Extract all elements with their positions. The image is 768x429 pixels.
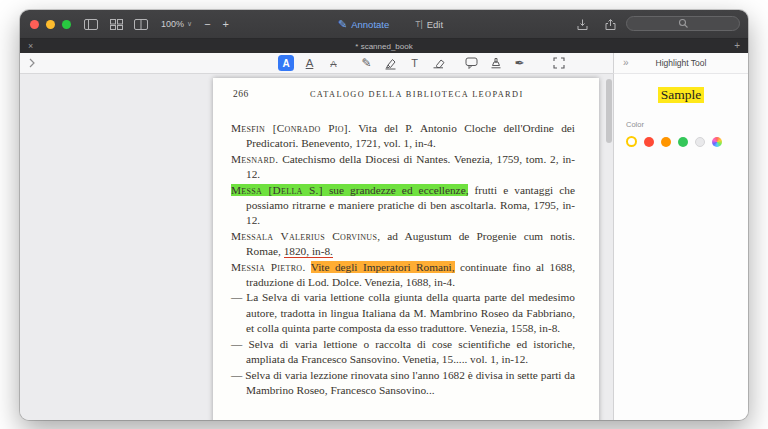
zoom-out-button[interactable]: − bbox=[204, 19, 210, 30]
color-section-label: Color bbox=[626, 120, 644, 129]
catalog-entry: Messa [Della S.] sue grandezze ed eccell… bbox=[231, 183, 575, 229]
highlight-annotation-green[interactable]: sue grandezze ed eccellenze, bbox=[323, 184, 469, 196]
search-icon bbox=[678, 18, 689, 29]
pencil-icon: ✎ bbox=[338, 18, 347, 31]
export-icon[interactable] bbox=[574, 16, 590, 32]
close-tab-button[interactable]: × bbox=[28, 42, 33, 51]
new-tab-button[interactable]: + bbox=[734, 41, 740, 51]
window-controls bbox=[30, 20, 71, 29]
highlight-tool-button[interactable]: A bbox=[278, 55, 294, 71]
signature-tool-icon[interactable]: ✒ bbox=[511, 55, 528, 72]
vertical-scrollbar-thumb[interactable] bbox=[606, 79, 612, 143]
highlight-annotation-orange[interactable]: Vite degli Imperatori Romani, bbox=[311, 261, 455, 273]
text-tool-icon[interactable]: T bbox=[406, 55, 423, 72]
entry-text: Mesnard. bbox=[231, 153, 278, 165]
close-window-button[interactable] bbox=[30, 20, 39, 29]
entry-text: Messala Valerius Corvinus, bbox=[231, 230, 380, 242]
edit-mode-button[interactable]: T| Edit bbox=[415, 19, 443, 30]
strikeout-tool-button[interactable]: A bbox=[325, 55, 342, 72]
entry-text bbox=[306, 261, 311, 273]
underline-tool-button[interactable]: A bbox=[301, 55, 318, 72]
color-swatches bbox=[626, 136, 722, 147]
annotate-mode-label: Annotate bbox=[351, 19, 389, 30]
sidebar-header: » Highlight Tool bbox=[613, 53, 748, 74]
chevron-right-icon[interactable] bbox=[29, 58, 35, 68]
zoom-level-value: 100% bbox=[161, 19, 184, 29]
document-viewport: 266 CATALOGO DELLA BIBLIOTECA LEOPARDI M… bbox=[20, 74, 613, 420]
grid-view-icon[interactable] bbox=[108, 16, 124, 32]
annotation-toolbar-row: A A A ✎ T ✒ bbox=[20, 53, 748, 74]
tab-bar: × * scanned_book + bbox=[20, 38, 748, 53]
annotation-toolbar: A A A ✎ T ✒ bbox=[20, 53, 613, 74]
sidebar-toggle-icon[interactable] bbox=[83, 16, 99, 32]
content-area: 266 CATALOGO DELLA BIBLIOTECA LEOPARDI M… bbox=[20, 74, 748, 420]
fit-page-icon[interactable] bbox=[550, 55, 567, 72]
color-swatch-custom[interactable] bbox=[712, 137, 722, 147]
page-title: CATALOGO DELLA BIBLIOTECA LEOPARDI bbox=[310, 90, 524, 99]
catalog-entry: Messia Pietro. Vite degli Imperatori Rom… bbox=[231, 260, 575, 291]
color-swatch-green[interactable] bbox=[678, 137, 688, 147]
text-cursor-icon: T| bbox=[415, 19, 422, 29]
color-swatch-gray[interactable] bbox=[695, 137, 705, 147]
entry-text: — Selva di varia lezzione rinovata sino … bbox=[231, 369, 575, 396]
underline-annotation-red[interactable]: 1820, in-8. bbox=[284, 245, 333, 258]
search-input[interactable] bbox=[626, 16, 740, 31]
page-entries: Mesfin [Conrado Pio]. Vita del P. Antoni… bbox=[231, 121, 575, 398]
entry-text: Mesfin [Conrado Pio]. bbox=[231, 122, 351, 134]
catalog-entry: — Selva di varia lettione o raccolta di … bbox=[231, 337, 575, 368]
entry-text: — Selva di varia lettione o raccolta di … bbox=[231, 338, 575, 365]
color-swatch-yellow[interactable] bbox=[626, 136, 637, 147]
note-tool-icon[interactable] bbox=[463, 55, 480, 72]
highlight-tool-sidebar: Sample Color bbox=[613, 74, 748, 420]
pen-tool-icon[interactable]: ✎ bbox=[358, 55, 375, 72]
entry-text: — La Selva di varia lettione colla giunt… bbox=[231, 291, 575, 334]
stamp-tool-icon[interactable] bbox=[487, 55, 504, 72]
edit-mode-label: Edit bbox=[427, 19, 443, 30]
sidebar-title: Highlight Tool bbox=[656, 58, 707, 68]
color-swatch-red[interactable] bbox=[644, 137, 654, 147]
zoom-window-button[interactable] bbox=[62, 20, 71, 29]
titlebar: 100% ∨ − + ✎ Annotate T| Edit bbox=[20, 10, 748, 38]
marker-tool-icon[interactable] bbox=[382, 55, 399, 72]
catalog-entry: Messala Valerius Corvinus, ad Augustum d… bbox=[231, 229, 575, 260]
catalog-entry: — Selva di varia lezzione rinovata sino … bbox=[231, 368, 575, 399]
zoom-in-button[interactable]: + bbox=[223, 19, 229, 30]
highlight-annotation-green[interactable]: Messa [Della S.] bbox=[231, 184, 323, 196]
highlight-sample-preview: Sample bbox=[658, 87, 705, 103]
two-page-view-icon[interactable] bbox=[133, 16, 149, 32]
catalog-entry: Mesnard. Catechismo della Diocesi di Nan… bbox=[231, 152, 575, 183]
app-window: 100% ∨ − + ✎ Annotate T| Edit bbox=[20, 10, 748, 420]
annotate-mode-button[interactable]: ✎ Annotate bbox=[338, 18, 389, 31]
entry-text: Messia Pietro. bbox=[231, 261, 306, 273]
page-header: 266 CATALOGO DELLA BIBLIOTECA LEOPARDI bbox=[231, 89, 575, 102]
chevron-down-icon: ∨ bbox=[187, 20, 192, 28]
document-page: 266 CATALOGO DELLA BIBLIOTECA LEOPARDI M… bbox=[213, 78, 599, 420]
tab-scanned-book[interactable]: * scanned_book bbox=[355, 42, 412, 51]
eraser-tool-icon[interactable] bbox=[430, 55, 447, 72]
collapse-sidebar-icon[interactable]: » bbox=[623, 58, 629, 68]
color-swatch-orange[interactable] bbox=[661, 137, 671, 147]
catalog-entry: — La Selva di varia lettione colla giunt… bbox=[231, 290, 575, 336]
catalog-entry: Mesfin [Conrado Pio]. Vita del P. Antoni… bbox=[231, 121, 575, 152]
zoom-level-dropdown[interactable]: 100% ∨ bbox=[161, 19, 192, 29]
page-number: 266 bbox=[233, 89, 249, 99]
share-icon[interactable] bbox=[602, 16, 618, 32]
entry-text: Catechismo della Diocesi di Nantes. Vene… bbox=[246, 153, 575, 180]
minimize-window-button[interactable] bbox=[46, 20, 55, 29]
